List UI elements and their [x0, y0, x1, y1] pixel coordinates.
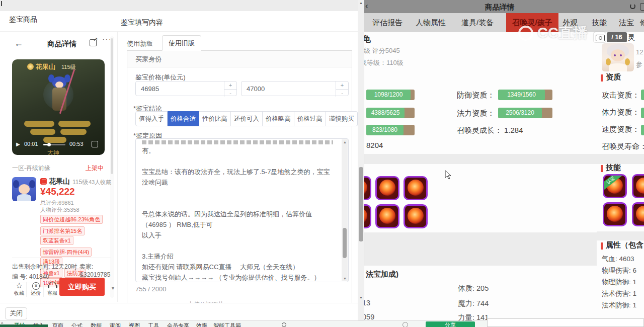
server-region: 一区-再续前缘: [12, 164, 50, 173]
pet-grade-line: 5级 评分5045: [360, 46, 400, 55]
tab-skills[interactable]: 技能: [592, 13, 607, 32]
stat-value: 1.284: [504, 126, 523, 134]
skill-icon[interactable]: [632, 174, 644, 198]
menu-formula[interactable]: 公式: [71, 322, 83, 327]
conclusion-option[interactable]: 价格过高: [294, 111, 326, 126]
share-button[interactable]: 分享: [426, 321, 475, 327]
play-icon[interactable]: ▶: [16, 141, 20, 147]
fullscreen-icon[interactable]: [92, 141, 98, 147]
favorite-icon[interactable]: ☆: [16, 281, 23, 290]
service-icon[interactable]: [49, 282, 56, 287]
textarea-scrollbar[interactable]: ▲ ▼: [342, 139, 348, 281]
pet-b-fragment-2: 12: [636, 48, 643, 56]
buyer-section-label: 买家身份: [135, 55, 162, 64]
camera-icon[interactable]: [594, 32, 606, 42]
price-min-input[interactable]: 46985 +-: [135, 81, 237, 96]
stat-label: 攻击资质：: [602, 91, 639, 100]
menu-page[interactable]: 页面: [52, 322, 63, 327]
tab-cultivation[interactable]: 修行: [640, 13, 644, 32]
conclusion-option[interactable]: 价格略高: [263, 111, 294, 126]
conclusion-option[interactable]: 性价比高: [199, 111, 231, 126]
reason-textarea[interactable]: 有。 宝宝总结：该有的攻法齐全，玩法上够了.5-7星地煞之类的，宝宝没啥问题 号…: [135, 138, 349, 282]
listing-badge-icon: [40, 178, 47, 185]
video-player[interactable]: 花果山 115级 ▶ 00:01: [12, 59, 105, 155]
menu-data[interactable]: 数据: [91, 322, 102, 327]
external-link-icon[interactable]: ↗: [90, 39, 97, 46]
price-max-input[interactable]: 47000 +-: [241, 81, 349, 96]
smiley-icon[interactable]: [403, 322, 408, 327]
price-min-stepper[interactable]: +-: [224, 81, 236, 97]
attr-row: 法术伤害: 1: [602, 289, 636, 298]
page-scrollbar[interactable]: ▲ ▼: [358, 0, 364, 320]
stat-label: 召唤灵寿命：: [602, 142, 644, 151]
back-icon[interactable]: ‹: [365, 1, 368, 11]
tab-attributes[interactable]: 人物属性: [416, 13, 446, 32]
skill-icon[interactable]: [632, 202, 644, 226]
bargain-label[interactable]: 还价: [31, 290, 41, 297]
tab-report[interactable]: 评估报告: [372, 13, 403, 32]
tab-new-version[interactable]: 使用新版: [127, 39, 153, 48]
video-progress[interactable]: [43, 144, 65, 145]
taskbar-input-panel[interactable]: [487, 318, 644, 327]
bargain-icon[interactable]: ¥: [32, 282, 40, 290]
skill-icon-certified[interactable]: 认证: [603, 174, 627, 198]
attr-section-title: 属性（包含: [606, 240, 643, 250]
card-scroll-down-icon[interactable]: ▼: [111, 286, 115, 291]
menu-icon[interactable]: [640, 3, 644, 11]
stat-bar: 1349/1560: [498, 90, 552, 100]
item-number: 编 号: 401840: [12, 273, 49, 281]
attr-row: 气血: 4603: [602, 255, 634, 264]
stat-label: 体力资质：: [602, 108, 639, 117]
menu-view[interactable]: 视图: [129, 322, 140, 327]
clipped-text-line: [142, 140, 333, 144]
conclusion-option-selected[interactable]: 价格合适: [168, 111, 199, 126]
stat-bar: 2506/3120: [498, 108, 552, 118]
tab-old-version[interactable]: 使用旧版: [162, 35, 201, 51]
favorite-label[interactable]: 收藏: [14, 290, 24, 297]
form-box: 买家身份 鉴宝价格(单位元) 46985 +- 47000 +- *鉴宝结论 值…: [127, 50, 352, 308]
pet-avatar[interactable]: [602, 43, 634, 71]
skill-icon[interactable]: [404, 204, 428, 228]
menu-efficiency[interactable]: 效率: [196, 322, 207, 327]
conclusion-option[interactable]: 谨慎购买: [326, 111, 358, 126]
price-max-stepper[interactable]: +-: [336, 81, 348, 97]
search-icon[interactable]: [282, 322, 286, 327]
overlay-footer: 关闭: [0, 303, 358, 321]
card-back-icon[interactable]: ←: [14, 38, 23, 49]
product-card: ← 商品详情 ↗ ··· 花果山 115级: [9, 35, 115, 299]
skill-icon[interactable]: [375, 176, 399, 200]
listing-price: ¥45,222: [40, 186, 75, 197]
detail-title: 商品详情: [456, 3, 543, 12]
stat-bar: 823/1080: [366, 125, 415, 135]
game-badge-icon: [27, 63, 34, 70]
video-game-title: 花果山: [36, 62, 55, 71]
stat-label: 速度资质：: [602, 125, 639, 134]
tab-equipment[interactable]: 道具/装备: [461, 13, 494, 32]
menu-member[interactable]: 会员专享: [167, 322, 189, 327]
menu-tools[interactable]: 工具: [148, 322, 159, 327]
stat-label: 法力资质：: [457, 109, 495, 118]
conclusion-option[interactable]: 还价可入: [231, 111, 263, 126]
score-total: 总评分:69861: [40, 199, 74, 207]
skill-icon[interactable]: [404, 176, 428, 200]
attr-section-bar: [601, 242, 603, 250]
listing-level: 115级: [72, 178, 88, 187]
menu-review[interactable]: 审阅: [110, 322, 121, 327]
skill-icon[interactable]: [375, 204, 399, 228]
screen: ‹ 商品详情 评估报告 人物属性 道具/装备 召唤灵/孩子 外观 技能 法宝 修…: [0, 0, 644, 327]
tab-treasure[interactable]: 法宝: [619, 13, 634, 32]
conclusion-option[interactable]: 值得入手: [135, 111, 168, 126]
stat-bar: [641, 125, 644, 135]
refresh-icon[interactable]: [630, 4, 635, 9]
buy-now-button[interactable]: 立即购买: [59, 278, 105, 296]
overlay-title: 鉴宝商品: [9, 15, 37, 24]
listing-avatar[interactable]: [12, 177, 36, 201]
close-button[interactable]: 关闭: [5, 307, 27, 319]
detail-tabs: 评估报告 人物属性 道具/装备 召唤灵/孩子 外观 技能 法宝 修行: [355, 13, 644, 32]
wps-toolbar: ^ 开始 插入 页面 公式 数据 审阅 视图 工具 会员专享 效率 智能工具箱 …: [0, 320, 488, 327]
menu-smart-toolbox[interactable]: 智能工具箱: [213, 322, 241, 327]
buyer-section-header[interactable]: 买家身份: [127, 51, 352, 67]
service-label[interactable]: 客服: [47, 290, 57, 297]
skill-icon[interactable]: [603, 202, 627, 226]
char-counter: 755 / 2000: [135, 285, 166, 293]
